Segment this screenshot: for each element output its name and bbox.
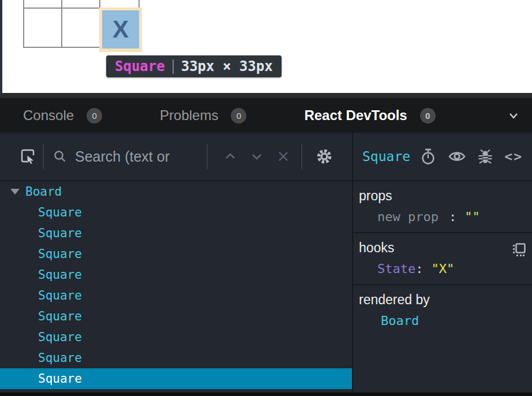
- tree-item-square[interactable]: Square: [0, 264, 352, 285]
- tree-item-square[interactable]: Square: [0, 327, 352, 348]
- tree-item-square[interactable]: Square: [0, 348, 352, 368]
- gear-icon[interactable]: [315, 147, 334, 166]
- tooltip-divider: [173, 59, 174, 74]
- board-cell[interactable]: [62, 9, 100, 47]
- hooks-section-title: hooks: [353, 240, 532, 256]
- bottom-edge-bar: [0, 393, 532, 396]
- tree-item-square[interactable]: Square: [0, 285, 352, 306]
- devtools-window: X Square 33px × 33px Console 0 Problems …: [0, 0, 532, 396]
- tree-toolbar: [0, 133, 352, 181]
- board-cell[interactable]: [24, 0, 62, 9]
- stopwatch-icon[interactable]: [420, 148, 436, 165]
- highlighted-square[interactable]: X: [102, 10, 139, 48]
- tooltip-dimensions: 33px × 33px: [181, 58, 273, 74]
- parse-hook-names-icon[interactable]: [511, 242, 526, 257]
- tree-item-label: Square: [38, 226, 82, 240]
- hooks-section: hooks State:"X": [353, 233, 532, 285]
- eye-icon[interactable]: [448, 150, 466, 163]
- drawer-top-strip: [0, 93, 532, 98]
- toolbar-divider: [301, 144, 302, 169]
- new-prop-row[interactable]: new prop:"": [353, 210, 532, 224]
- bug-icon[interactable]: [478, 148, 493, 165]
- view-source-icon[interactable]: <>: [504, 149, 523, 164]
- inspect-element-icon[interactable]: [20, 148, 36, 165]
- tree-item-square[interactable]: Square: [0, 368, 352, 389]
- square-value: X: [113, 16, 129, 43]
- tree-item-label: Board: [25, 185, 62, 199]
- tree-item-board[interactable]: Board: [0, 181, 352, 202]
- tree-item-label: Square: [38, 268, 82, 282]
- window-left-edge: [0, 0, 2, 93]
- tree-item-label: Square: [38, 309, 82, 323]
- colon: :: [415, 261, 423, 276]
- react-devtools-panel: Board SquareSquareSquareSquareSquareSqua…: [0, 133, 532, 393]
- new-prop-value-input[interactable]: "": [464, 210, 480, 224]
- rendered-by-title: rendered by: [353, 292, 532, 308]
- toolbar-divider: [207, 144, 208, 169]
- tree-item-label: Square: [38, 247, 82, 261]
- search-input[interactable]: [74, 148, 207, 166]
- inspector-header: Square: [353, 133, 532, 181]
- close-icon[interactable]: [276, 149, 291, 164]
- tab-label: React DevTools: [304, 107, 407, 124]
- tree-item-label: Square: [38, 206, 82, 219]
- tree-item-square[interactable]: Square: [0, 306, 352, 327]
- inspected-component-name: Square: [362, 149, 410, 164]
- inspect-overlay-tooltip: Square 33px × 33px: [106, 55, 282, 77]
- hook-name: State: [377, 261, 415, 276]
- tab-count-badge: 0: [87, 108, 102, 124]
- inspector-actions: <>: [420, 148, 523, 165]
- new-prop-key-input[interactable]: new prop: [377, 210, 439, 224]
- browser-page: X Square 33px × 33px: [0, 0, 532, 93]
- toolbar-divider: [43, 144, 44, 169]
- tree-item-square[interactable]: Square: [0, 223, 352, 244]
- tree-item-label: Square: [38, 289, 82, 302]
- chevron-down-icon[interactable]: [505, 107, 522, 124]
- tab-console[interactable]: Console 0: [23, 107, 102, 124]
- search-icon: [53, 150, 67, 163]
- board-cell[interactable]: [62, 0, 100, 9]
- tree-item-square[interactable]: Square: [0, 244, 352, 264]
- hook-value[interactable]: "X": [431, 261, 454, 276]
- props-section-title: props: [353, 188, 532, 204]
- props-section: props new prop:"": [353, 181, 532, 233]
- chevron-up-icon[interactable]: [222, 148, 239, 165]
- tab-count-badge: 0: [231, 108, 246, 124]
- tab-label: Console: [23, 107, 74, 124]
- rendered-by-section: rendered by Board: [353, 285, 532, 336]
- tree-item-label: Square: [38, 330, 82, 344]
- rendered-by-link[interactable]: Board: [353, 313, 532, 328]
- colon: :: [449, 210, 456, 224]
- board-cell[interactable]: [24, 9, 62, 47]
- expand-arrow-icon[interactable]: [10, 189, 20, 195]
- component-tree: Board SquareSquareSquareSquareSquareSqua…: [0, 181, 352, 393]
- tab-label: Problems: [160, 107, 218, 124]
- tooltip-component-name: Square: [115, 58, 165, 74]
- components-tree-pane: Board SquareSquareSquareSquareSquareSqua…: [0, 133, 353, 393]
- tree-item-label: Square: [38, 351, 82, 365]
- tab-react-devtools[interactable]: React DevTools 0: [304, 107, 435, 124]
- tree-item-label: Square: [38, 372, 82, 386]
- tree-item-square[interactable]: Square: [0, 202, 352, 223]
- inspector-pane: Square: [353, 133, 532, 393]
- inspect-highlight-margin: X: [99, 8, 142, 52]
- chevron-down-icon[interactable]: [248, 148, 265, 165]
- drawer-tab-bar: Console 0 Problems 0 React DevTools 0: [0, 98, 532, 133]
- tab-count-badge: 0: [420, 108, 436, 124]
- hook-state-row[interactable]: State:"X": [353, 261, 532, 276]
- tab-problems[interactable]: Problems 0: [160, 107, 246, 124]
